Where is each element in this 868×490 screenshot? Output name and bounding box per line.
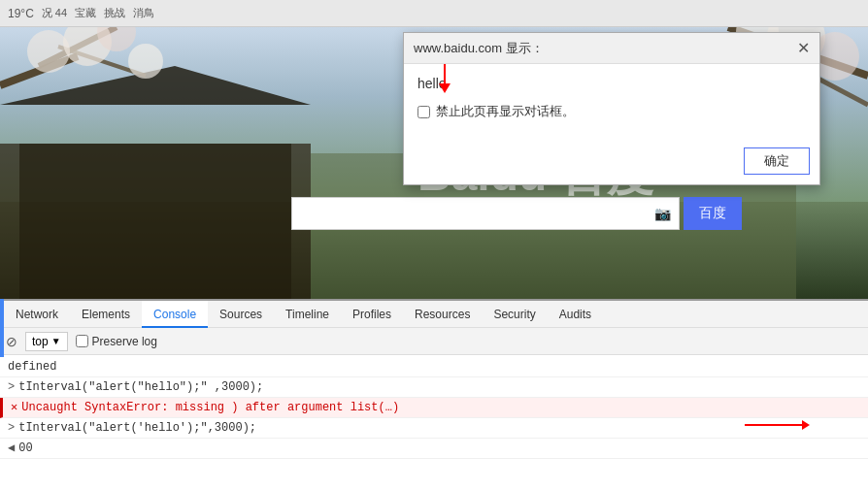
tab-sources[interactable]: Sources xyxy=(208,301,274,328)
tab-resources[interactable]: Resources xyxy=(403,301,482,328)
svg-point-10 xyxy=(128,44,163,79)
console-line: defined xyxy=(0,357,868,377)
context-dropdown[interactable]: top ▼ xyxy=(25,332,68,351)
tab-console[interactable]: Console xyxy=(142,301,208,328)
tab-timeline[interactable]: Timeline xyxy=(274,301,341,328)
console-prompt: > xyxy=(8,378,15,396)
baidu-search-area: 📷 百度 xyxy=(291,197,868,230)
alert-title-bar: www.baidu.com 显示： ✕ xyxy=(404,33,819,64)
baidu-search-input-wrap[interactable]: 📷 xyxy=(291,197,680,230)
left-indicator xyxy=(0,299,4,357)
console-prompt: > xyxy=(8,419,15,437)
console-text: tInterval("alert('hello');",3000); xyxy=(18,419,860,437)
page-content: Baidu 百度 📷 百度 www.baidu.com 显示： ✕ hello … xyxy=(0,27,868,299)
devtools-toolbar: ⊘ top ▼ Preserve log xyxy=(0,328,868,355)
browser-bar: 19°C 况 44 宝藏 挑战 消鳥 xyxy=(0,0,868,27)
alert-checkbox-row: 禁止此页再显示对话框。 xyxy=(417,103,806,120)
menu-item-challenge[interactable]: 挑战 xyxy=(104,6,125,20)
svg-point-11 xyxy=(27,30,70,73)
filter-icon: ⊘ xyxy=(6,334,17,349)
tab-audits[interactable]: Audits xyxy=(548,301,603,328)
alert-close-button[interactable]: ✕ xyxy=(797,39,810,57)
console-line: ◀ 00 xyxy=(0,439,868,459)
alert-title: www.baidu.com 显示： xyxy=(414,40,544,57)
temperature-badge: 19°C xyxy=(8,7,34,20)
baidu-search-button[interactable]: 百度 xyxy=(684,197,742,230)
alert-checkbox[interactable] xyxy=(417,106,430,118)
console-error-line: ✕ Uncaught SyntaxError: missing ) after … xyxy=(0,398,868,418)
tab-elements[interactable]: Elements xyxy=(70,301,142,328)
alert-checkbox-label[interactable]: 禁止此页再显示对话框。 xyxy=(436,103,575,120)
preserve-log-label[interactable]: Preserve log xyxy=(76,335,157,348)
console-error-text: Uncaught SyntaxError: missing ) after ar… xyxy=(21,399,860,416)
devtools-tabs: Network Elements Console Sources Timelin… xyxy=(0,301,868,328)
menu-item-bird[interactable]: 消鳥 xyxy=(133,6,154,20)
console-line: > tInterval("alert("hello");" ,3000); xyxy=(0,377,868,398)
baidu-search-input[interactable] xyxy=(300,206,654,221)
console-text: 00 xyxy=(18,440,860,457)
browser-bar-left: 19°C 况 44 宝藏 挑战 消鳥 xyxy=(8,6,860,20)
alert-body: hello 禁止此页再显示对话框。 xyxy=(404,64,819,144)
alert-message: hello xyxy=(417,76,806,91)
alert-ok-button[interactable]: 确定 xyxy=(744,147,810,175)
tab-security[interactable]: Security xyxy=(482,301,547,328)
console-line: > tInterval("alert('hello');",3000); xyxy=(0,418,868,439)
devtools-console: defined > tInterval("alert("hello");" ,3… xyxy=(0,355,868,490)
context-dropdown-label: top xyxy=(32,335,49,348)
console-text: tInterval("alert("hello");" ,3000); xyxy=(18,378,860,396)
devtools-panel: Network Elements Console Sources Timelin… xyxy=(0,299,868,490)
camera-icon[interactable]: 📷 xyxy=(654,206,671,221)
error-icon: ✕ xyxy=(11,399,17,416)
alert-dialog: www.baidu.com 显示： ✕ hello 禁止此页再显示对话框。 确定 xyxy=(403,32,820,185)
dropdown-arrow-icon: ▼ xyxy=(51,336,61,346)
svg-rect-4 xyxy=(19,144,291,299)
console-result-arrow: ◀ xyxy=(8,440,15,457)
menu-item-treasure[interactable]: 宝藏 xyxy=(75,6,96,20)
preserve-log-checkbox[interactable] xyxy=(76,335,88,347)
console-text: defined xyxy=(8,358,860,376)
preserve-log-text: Preserve log xyxy=(92,335,157,348)
tab-profiles[interactable]: Profiles xyxy=(341,301,403,328)
tab-network[interactable]: Network xyxy=(4,301,70,328)
alert-footer: 确定 xyxy=(404,144,819,184)
signal-icon: 况 44 xyxy=(42,6,67,20)
